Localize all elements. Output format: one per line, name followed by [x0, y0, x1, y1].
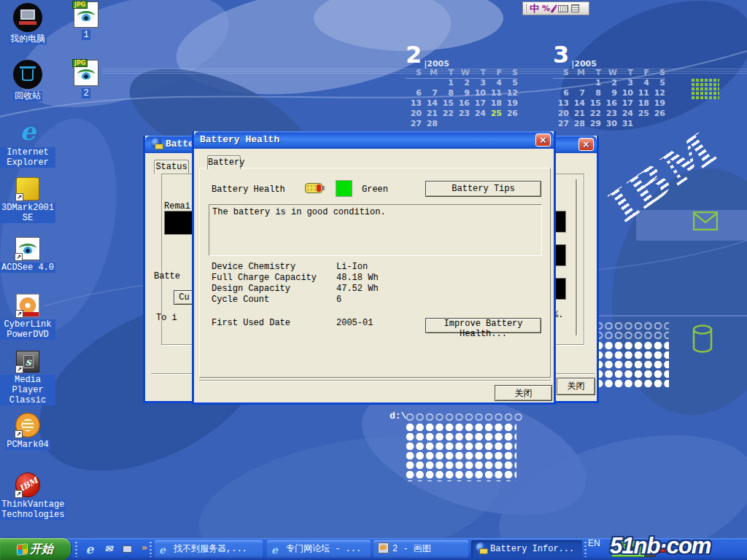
calendar-day: 18 — [633, 98, 649, 108]
tab-status[interactable]: Status — [154, 160, 189, 174]
calendar-day: 27 — [406, 119, 422, 128]
group-box-edge — [576, 179, 577, 335]
desktop-icon-jpg-2[interactable]: JPG 2 — [58, 60, 114, 99]
condition-box: The battery is in good condition. — [209, 204, 542, 256]
calendar-day: 6 — [406, 88, 422, 98]
desktop-icon-thinkvantage[interactable]: IBM↗ ThinkVantage Technologies — [0, 472, 55, 521]
desktop-icon-jpg-1[interactable]: JPG 1 — [58, 1, 114, 41]
close-button-bg[interactable]: 关闭 — [557, 378, 595, 395]
calendar-day: 16 — [601, 98, 617, 108]
drive-label: d:\ — [390, 411, 406, 421]
desktop-icon-pcmark04[interactable]: ↗ PCMark04 — [0, 413, 55, 451]
calendar-day: 14 — [422, 98, 438, 108]
close-button[interactable]: 关闭 — [495, 385, 552, 401]
info-label: Design Capacity — [212, 284, 336, 294]
desktop-icon-internet-explorer[interactable]: e Internet Explorer — [0, 117, 55, 168]
taskbar-task-battery-information[interactable]: Battery Infor... — [471, 540, 582, 558]
quick-launch-ie-icon[interactable]: e — [82, 542, 97, 556]
dots-pattern-hollow — [406, 413, 522, 422]
calendar-day: 19 — [502, 98, 518, 108]
calendar-day: 2 — [454, 78, 470, 88]
info-label: Cycle Count — [212, 295, 336, 305]
calendar-day: 23 — [601, 109, 617, 118]
width-mode-button[interactable]: % — [542, 4, 550, 13]
calendar-day: 25 — [633, 109, 649, 118]
tab-battery[interactable]: Battery — [207, 155, 241, 169]
info-value: Li-Ion — [336, 262, 368, 272]
battery-info-row: Device ChemistryLi-Ion — [212, 261, 379, 272]
calendar-day: 17 — [617, 98, 633, 108]
battery-gauge — [164, 211, 193, 235]
grid-icon — [692, 79, 719, 99]
calendar-march: 3|2005SMTWTFS123456789101112131415161718… — [553, 41, 671, 128]
condition-text: The battery is in good condition. — [209, 205, 541, 219]
taskbar-task-paint[interactable]: 2 - 画图 — [374, 540, 468, 558]
windows-flag-icon — [18, 544, 27, 554]
start-button[interactable]: 开始 — [0, 538, 71, 560]
dots-pattern-hollow — [595, 322, 669, 341]
calendar-day: 29 — [585, 119, 601, 128]
calendar-day: 22 — [585, 109, 601, 118]
language-indicator[interactable]: EN — [588, 538, 600, 560]
calendar-day: 18 — [486, 98, 502, 108]
calendar-day: 3 — [470, 78, 486, 88]
first-used-row: First Used Date2005-01 — [212, 317, 373, 328]
calendar-day: 11 — [633, 88, 649, 98]
desktop-icon-my-computer[interactable]: 我的电脑 — [0, 3, 55, 45]
taskbar-separator — [75, 541, 77, 557]
info-value: 6 — [336, 295, 341, 305]
calendar-day: 15 — [585, 98, 601, 108]
calendar-day: 10 — [617, 88, 633, 98]
calendar-day: 21 — [569, 109, 585, 118]
remaining-label: Remai — [164, 201, 190, 211]
calendar-day: 9 — [601, 88, 617, 98]
calendar-day: 12 — [502, 88, 518, 98]
calendar-day: 26 — [502, 109, 518, 118]
desktop-icon-media-player-classic[interactable]: s↗ Media Player Classic — [0, 351, 55, 406]
pen-icon[interactable] — [551, 4, 557, 13]
calendar-day: 28 — [422, 119, 438, 128]
battery-label: Batte — [154, 271, 180, 281]
quick-launch-mail-icon[interactable]: ✉ — [101, 542, 116, 556]
info-label: Device Chemistry — [212, 262, 336, 272]
taskbar-separator — [584, 541, 587, 557]
calendar-day: 14 — [569, 98, 585, 108]
health-label: Battery Health — [212, 184, 285, 195]
dots-pattern-filled — [406, 423, 516, 481]
calendar-day: 5 — [649, 78, 665, 88]
calendar-day: 20 — [406, 109, 422, 118]
taskbar-task-ie-2[interactable]: e专门网论坛 - ... — [267, 540, 371, 558]
calendar-day: 22 — [438, 109, 454, 118]
input-mode-button[interactable]: 中 — [530, 2, 539, 15]
calendar-day: 7 — [569, 88, 585, 98]
calendar-day: 15 — [438, 98, 454, 108]
info-value: 47.52 Wh — [336, 284, 379, 294]
battery-info-row: Cycle Count6 — [212, 294, 379, 305]
language-bar[interactable]: 中 % — [522, 1, 589, 15]
calendar-day: 7 — [422, 88, 438, 98]
language-menu-icon[interactable] — [571, 4, 579, 12]
calendar-day: 4 — [486, 78, 502, 88]
taskbar-task-ie-1[interactable]: e找不到服务器,... — [155, 540, 263, 558]
calendar-day: 13 — [553, 98, 569, 108]
quick-launch-show-desktop-icon[interactable] — [120, 542, 134, 556]
battery-info-row: Design Capacity47.52 Wh — [212, 283, 379, 294]
language-bar-grip[interactable] — [525, 4, 527, 13]
desktop-icon-3dmark2001[interactable]: ↗ 3DMark2001 SE — [0, 177, 55, 224]
battery-health-dialog[interactable]: Battery Health × Battery Battery Health … — [192, 131, 556, 405]
wallpaper-line — [576, 315, 747, 316]
desktop-icon-acdsee[interactable]: ↗ ACDSee 4.0 — [0, 237, 55, 273]
calendar-day: 8 — [585, 88, 601, 98]
soft-keyboard-icon[interactable] — [558, 5, 568, 12]
calendar-february: 2|2005SMTWTFS123456789101112131415161718… — [406, 41, 524, 128]
close-icon[interactable]: × — [578, 138, 594, 151]
battery-tips-button[interactable]: Battery Tips — [425, 181, 541, 197]
battery-health-titlebar[interactable]: Battery Health × — [194, 131, 554, 149]
desktop: IBM d:\ 2|2005SMTWTFS1234567891011121314… — [0, 0, 747, 560]
improve-battery-health-button[interactable]: Improve Battery Health... — [425, 318, 541, 333]
calendar-day: 12 — [649, 88, 665, 98]
desktop-icon-recycle-bin[interactable]: 回收站 — [0, 60, 55, 102]
calendar-day: 11 — [486, 88, 502, 98]
close-icon[interactable]: × — [535, 133, 551, 147]
desktop-icon-powerdvd[interactable]: ↗ CyberLink PowerDVD — [0, 294, 55, 341]
